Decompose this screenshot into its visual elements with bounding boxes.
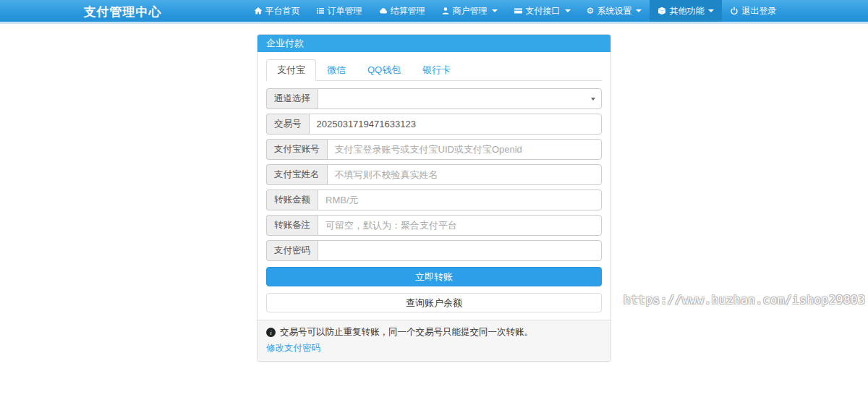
caret-down-icon — [636, 9, 642, 12]
info-icon: i — [266, 328, 276, 337]
nav-item-label: 商户管理 — [453, 5, 488, 17]
nav-item-list[interactable]: 订单管理 — [308, 0, 370, 22]
pay-password-input[interactable] — [318, 240, 602, 261]
trade-no-row: 交易号 — [266, 114, 602, 135]
field-label: 支付密码 — [266, 240, 318, 261]
nav-item-cloud[interactable]: 结算管理 — [370, 0, 433, 22]
amount-input[interactable] — [318, 190, 602, 210]
nav-item-label: 退出登录 — [741, 5, 776, 17]
power-icon — [730, 7, 739, 15]
app-title: 支付管理中心 — [84, 0, 162, 22]
nav-item-label: 结算管理 — [391, 5, 425, 17]
pay-password-row: 支付密码 — [266, 240, 602, 261]
nav-item-cube[interactable]: 其他功能 — [650, 0, 722, 22]
transfer-form: 通道选择 交易号 支付宝账号 支付宝姓名 转账金额 转账备注 支付密码 立即转账… — [266, 88, 602, 312]
footer-note-line: i 交易号可以防止重复转账，同一个交易号只能提交同一次转账。 — [266, 326, 602, 339]
nav-item-home[interactable]: 平台首页 — [246, 0, 308, 22]
change-pay-password-link[interactable]: 修改支付密码 — [266, 342, 320, 354]
caret-down-icon — [565, 9, 571, 12]
alipay-name-input[interactable] — [327, 164, 603, 185]
top-navbar: 支付管理中心 平台首页 订单管理 结算管理 商户管理 支付接口 ⚙ 系统设置 其… — [0, 0, 868, 24]
cloud-icon — [378, 7, 388, 15]
channel-select-wrap — [318, 88, 602, 109]
nav-item-label: 订单管理 — [328, 5, 362, 17]
navbar-container: 支付管理中心 平台首页 订单管理 结算管理 商户管理 支付接口 ⚙ 系统设置 其… — [84, 0, 785, 22]
field-label: 转账备注 — [266, 215, 318, 236]
gear-icon: ⚙ — [587, 7, 595, 15]
credit-card-icon — [514, 7, 523, 15]
tab-微信[interactable]: 微信 — [316, 59, 357, 81]
list-icon — [316, 7, 325, 15]
nav-item-label: 支付接口 — [526, 5, 561, 17]
nav-item-gear[interactable]: ⚙ 系统设置 — [579, 0, 650, 22]
query-balance-button[interactable]: 查询账户余额 — [266, 293, 602, 312]
caret-down-icon — [708, 9, 714, 12]
tab-label: 微信 — [327, 64, 346, 75]
tab-QQ钱包[interactable]: QQ钱包 — [357, 59, 412, 81]
panel-body: 支付宝 微信 QQ钱包 银行卡 通道选择 交易号 支付宝账号 支付宝姓名 转账金… — [258, 52, 610, 320]
trade-no-input[interactable] — [309, 114, 603, 135]
alipay-name-row: 支付宝姓名 — [266, 164, 602, 185]
user-icon — [441, 7, 450, 15]
remark-row: 转账备注 — [266, 215, 602, 236]
amount-row: 转账金额 — [266, 190, 602, 210]
tab-label: QQ钱包 — [367, 64, 401, 75]
nav-item-credit-card[interactable]: 支付接口 — [506, 0, 579, 22]
field-label: 支付宝账号 — [266, 139, 327, 160]
transfer-now-button[interactable]: 立即转账 — [266, 267, 602, 286]
home-icon — [254, 7, 263, 15]
tab-支付宝[interactable]: 支付宝 — [266, 59, 316, 81]
nav-item-label: 系统设置 — [597, 5, 631, 17]
channel-select[interactable] — [318, 88, 602, 109]
panel-footer: i 交易号可以防止重复转账，同一个交易号只能提交同一次转账。 修改支付密码 — [258, 320, 610, 361]
field-label: 转账金额 — [266, 190, 318, 210]
cube-icon — [658, 7, 666, 15]
alipay-account-input[interactable] — [327, 139, 603, 160]
alipay-account-row: 支付宝账号 — [266, 139, 602, 160]
nav-item-label: 其他功能 — [669, 5, 704, 17]
nav-item-power[interactable]: 退出登录 — [722, 0, 784, 22]
tab-银行卡[interactable]: 银行卡 — [412, 59, 461, 81]
caret-down-icon — [492, 9, 498, 12]
form-fields: 通道选择 交易号 支付宝账号 支付宝姓名 转账金额 转账备注 支付密码 — [266, 88, 602, 261]
nav-item-user[interactable]: 商户管理 — [433, 0, 506, 22]
field-label: 交易号 — [266, 114, 309, 135]
field-label: 支付宝姓名 — [266, 164, 327, 185]
payment-method-tabs: 支付宝 微信 QQ钱包 银行卡 — [266, 59, 602, 81]
tab-label: 银行卡 — [422, 64, 451, 75]
watermark-text: https://www.huzhan.com/ishop29803 — [624, 293, 865, 307]
nav-item-label: 平台首页 — [265, 5, 300, 17]
enterprise-payment-panel: 企业付款 支付宝 微信 QQ钱包 银行卡 通道选择 交易号 支付宝账号 支付宝姓… — [257, 34, 611, 362]
remark-input[interactable] — [318, 215, 602, 236]
field-label: 通道选择 — [266, 88, 318, 109]
tab-label: 支付宝 — [277, 64, 305, 75]
footer-note-text: 交易号可以防止重复转账，同一个交易号只能提交同一次转账。 — [280, 326, 533, 339]
panel-title: 企业付款 — [258, 35, 610, 52]
navbar-menu: 平台首页 订单管理 结算管理 商户管理 支付接口 ⚙ 系统设置 其他功能 退出登… — [246, 0, 785, 22]
channel-row: 通道选择 — [266, 88, 602, 109]
